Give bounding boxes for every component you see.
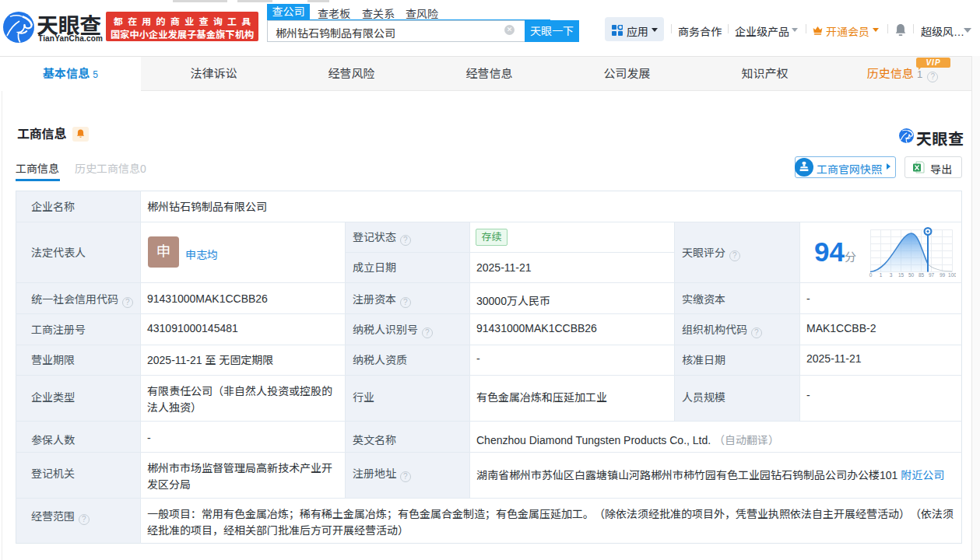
svg-text:1: 1 <box>880 272 883 278</box>
svg-text:97: 97 <box>929 272 935 278</box>
svg-text:0: 0 <box>869 272 873 278</box>
svg-text:3: 3 <box>890 272 893 278</box>
svg-text:100: 100 <box>948 272 956 278</box>
svg-text:15: 15 <box>898 272 904 278</box>
svg-text:99: 99 <box>940 272 946 278</box>
svg-text:50: 50 <box>908 272 915 278</box>
svg-text:85: 85 <box>919 272 925 278</box>
